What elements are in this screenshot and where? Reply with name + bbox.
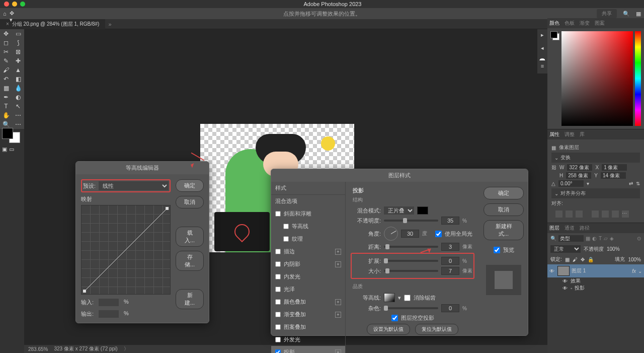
tab-channels[interactable]: 通道 <box>565 225 575 232</box>
angle-input[interactable] <box>401 230 419 238</box>
x-input[interactable] <box>602 164 627 171</box>
fg-color[interactable] <box>2 128 13 139</box>
align-vcenter-icon[interactable] <box>602 210 609 218</box>
add-icon[interactable]: + <box>335 249 341 255</box>
angle-dropdown[interactable]: ▾ <box>587 181 589 186</box>
share-button[interactable]: 共享 <box>597 9 617 18</box>
effect-dropshadow-row[interactable]: 👁 ◦投影 <box>547 285 644 292</box>
link-icon[interactable]: ⛓ <box>551 165 556 170</box>
output-value[interactable] <box>99 310 119 318</box>
fg-bg-mini[interactable] <box>550 31 559 40</box>
y-input[interactable] <box>601 172 626 179</box>
move-tool-indicator[interactable]: ✥ ▾ <box>10 10 17 17</box>
search-icon[interactable]: 🔍 <box>623 11 630 17</box>
brush-panel-icon[interactable]: ◂ <box>537 42 547 53</box>
angle-input[interactable] <box>558 180 584 187</box>
spread-slider[interactable] <box>384 260 438 262</box>
layer-filter-select[interactable] <box>558 235 584 242</box>
flip-v-icon[interactable]: ⇅ <box>636 181 640 186</box>
reset-default-button[interactable]: 复位为默认值 <box>415 324 458 335</box>
tab-patterns[interactable]: 图案 <box>595 20 605 27</box>
opacity-input[interactable] <box>441 217 459 225</box>
path-select-tool[interactable]: ↖ <box>12 102 24 111</box>
contour-dropdown[interactable]: ▾ <box>398 295 401 301</box>
hand-tool[interactable]: ✋ <box>0 111 12 120</box>
opt-gradient-overlay[interactable]: 渐变叠加+ <box>271 308 345 321</box>
maximize-window[interactable] <box>20 2 25 7</box>
size-slider[interactable] <box>384 270 438 272</box>
add-icon[interactable]: + <box>335 261 341 267</box>
opacity-slider[interactable] <box>384 220 438 222</box>
visibility-icon[interactable]: 👁 <box>549 268 555 274</box>
tab-gradients[interactable]: 渐变 <box>580 20 590 27</box>
workspace-icon[interactable]: ▦ <box>636 11 641 17</box>
gradient-tool[interactable]: ▦ <box>0 84 12 93</box>
opt-drop-shadow[interactable]: 投影+ <box>271 346 345 353</box>
filter-type-icon[interactable]: T <box>599 236 602 241</box>
align-section[interactable]: ⌄对齐并分布 <box>551 188 640 198</box>
tab-properties[interactable]: 属性 <box>549 131 559 138</box>
cancel-button[interactable]: 取消 <box>176 196 204 208</box>
angle-dial[interactable] <box>384 227 398 241</box>
brush-tool[interactable]: 🖌 <box>0 65 12 75</box>
size-input[interactable] <box>441 267 459 275</box>
cancel-button[interactable]: 取消 <box>484 203 524 216</box>
align-left-icon[interactable] <box>555 210 562 218</box>
frame-tool[interactable]: ⊠ <box>12 47 24 56</box>
filter-smart-icon[interactable]: ◈ <box>610 236 614 241</box>
layer-row[interactable]: 👁 图层 1 fx ⌄ <box>547 264 644 277</box>
visibility-icon[interactable]: 👁 <box>562 286 569 291</box>
noise-input[interactable] <box>441 304 459 312</box>
styles-header[interactable]: 样式 <box>271 182 345 195</box>
opacity-value[interactable]: 100% <box>607 246 620 252</box>
lock-pos-icon[interactable]: ✥ <box>581 257 585 262</box>
eyedropper-tool[interactable]: ✎ <box>0 56 12 65</box>
tab-overflow-icon[interactable]: » <box>108 21 111 27</box>
visibility-icon[interactable]: 👁 <box>562 278 569 284</box>
align-right-icon[interactable] <box>576 210 583 218</box>
shadow-color-swatch[interactable] <box>417 206 428 215</box>
fill-value[interactable]: 100% <box>628 257 641 262</box>
screenmode-icon[interactable]: ▭ <box>9 146 14 153</box>
flip-h-icon[interactable]: ⇄ <box>629 181 633 186</box>
opt-inner-shadow[interactable]: 内阴影+ <box>271 258 345 270</box>
align-bottom-icon[interactable] <box>612 210 619 218</box>
make-default-button[interactable]: 设置为默认值 <box>367 324 410 335</box>
opt-satin[interactable]: 光泽 <box>271 283 345 296</box>
new-button[interactable]: 新建... <box>176 289 204 309</box>
color-field[interactable] <box>561 31 633 126</box>
effects-row[interactable]: 👁 效果 <box>547 277 644 285</box>
minimize-window[interactable] <box>12 2 17 7</box>
hue-slider[interactable] <box>635 31 641 126</box>
global-light-checkbox[interactable] <box>435 231 442 237</box>
color-swatches[interactable] <box>2 128 20 143</box>
home-icon[interactable]: ⌂ <box>3 11 7 17</box>
layer-thumbnail[interactable] <box>557 266 570 276</box>
dodge-tool[interactable]: ◐ <box>12 93 24 102</box>
marquee-tool[interactable]: ◻ <box>0 38 12 47</box>
more-tool[interactable]: ⋯ <box>12 111 24 120</box>
type-tool[interactable]: T <box>0 102 12 111</box>
opt-stroke[interactable]: 描边+ <box>271 245 345 258</box>
lock-all-icon[interactable]: 🔒 <box>588 257 594 262</box>
opt-contour[interactable]: 等高线 <box>271 220 345 233</box>
new-style-button[interactable]: 新建样式... <box>484 220 524 240</box>
filter-toggle[interactable]: ⊙ <box>637 236 641 241</box>
contour-curve[interactable] <box>81 205 171 295</box>
align-top-icon[interactable] <box>592 210 599 218</box>
transform-section[interactable]: ⌄变换 <box>551 153 640 163</box>
history-brush[interactable]: ↶ <box>0 75 12 84</box>
add-icon[interactable]: + <box>335 299 341 305</box>
knockout-checkbox[interactable] <box>391 315 398 321</box>
close-tab-icon[interactable]: × <box>6 21 9 27</box>
crop-tool[interactable]: ✂ <box>0 47 12 56</box>
ok-button[interactable]: 确定 <box>176 179 204 192</box>
input-value[interactable] <box>99 299 119 306</box>
align-hcenter-icon[interactable] <box>566 210 573 218</box>
fx-badge[interactable]: fx <box>632 268 636 274</box>
filter-adjust-icon[interactable]: ◐ <box>592 236 597 241</box>
add-icon[interactable]: + <box>335 312 341 318</box>
tab-paths[interactable]: 路径 <box>580 225 590 232</box>
antialias-checkbox[interactable] <box>404 295 411 301</box>
preset-select[interactable]: 线性 <box>99 181 169 190</box>
